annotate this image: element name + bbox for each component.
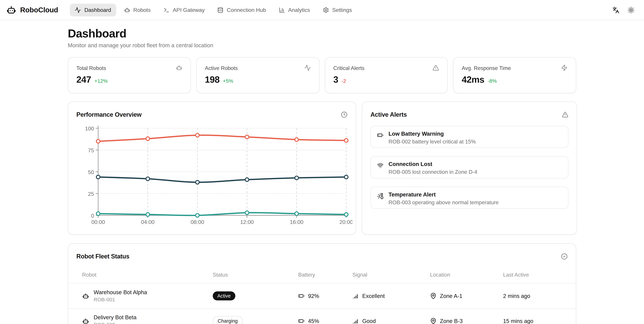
battery-low-icon bbox=[377, 132, 384, 139]
alerts-list: Low Battery WarningROB-002 battery level… bbox=[362, 118, 577, 209]
alert-item-0[interactable]: Low Battery WarningROB-002 battery level… bbox=[370, 126, 568, 148]
fleet-table: RobotStatusBatterySignalLocationLast Act… bbox=[68, 266, 576, 324]
nav-item-label: API Gateway bbox=[173, 7, 204, 13]
last-active-cell: 2 mins ago bbox=[503, 293, 568, 299]
robot-cell: Warehouse Bot AlphaROB-001 bbox=[82, 289, 213, 302]
triangle-alert-icon bbox=[562, 111, 568, 118]
signal-icon bbox=[352, 293, 359, 299]
alerts-card-header: Active Alerts bbox=[362, 102, 577, 118]
stat-card-1: Active Robots198+5% bbox=[196, 57, 319, 93]
location-value: Zone A-1 bbox=[440, 293, 462, 299]
main-row: Performance Overview 025507510000:0004:0… bbox=[68, 101, 576, 235]
bot-icon bbox=[82, 317, 89, 324]
status-badge: Charging bbox=[213, 316, 242, 324]
signal-cell: Excellent bbox=[352, 293, 430, 299]
language-toggle-button[interactable] bbox=[612, 7, 619, 13]
performance-chart: 025507510000:0004:0008:0012:0016:0020:00 bbox=[68, 124, 352, 229]
alert-item-2[interactable]: Temperature AlertROB-003 operating above… bbox=[370, 187, 568, 209]
performance-title: Performance Overview bbox=[76, 111, 142, 118]
activity-icon bbox=[75, 7, 81, 13]
robot-cell: Delivery Bot BetaROB-002 bbox=[82, 314, 213, 324]
column-header: Status bbox=[213, 272, 298, 278]
nav-item-label: Robots bbox=[133, 7, 151, 13]
alert-text: Temperature AlertROB-003 operating above… bbox=[388, 192, 499, 204]
triangle-alert-icon bbox=[432, 65, 439, 71]
nav-item-label: Dashboard bbox=[84, 7, 111, 13]
theme-toggle-button[interactable] bbox=[628, 7, 634, 13]
battery-value: 92% bbox=[308, 293, 319, 299]
nav-item-connection-hub[interactable]: Connection Hub bbox=[212, 4, 271, 16]
alert-description: ROB-002 battery level critical at 15% bbox=[388, 139, 476, 145]
robot-name: Warehouse Bot Alpha bbox=[94, 289, 147, 295]
stat-card-3: Avg. Response Time42ms-8% bbox=[453, 57, 576, 93]
languages-icon bbox=[612, 7, 619, 13]
chart-column-icon bbox=[279, 7, 285, 13]
svg-text:20:00: 20:00 bbox=[340, 219, 352, 225]
alert-text: Connection LostROB-005 lost connection i… bbox=[388, 161, 477, 173]
stat-card-top: Active Robots bbox=[205, 65, 310, 71]
wifi-icon bbox=[377, 162, 384, 169]
nav-item-analytics[interactable]: Analytics bbox=[274, 4, 315, 16]
robot-name: Delivery Bot Beta bbox=[94, 314, 136, 320]
stat-value: 247 bbox=[76, 74, 91, 85]
circle-check-icon bbox=[561, 253, 568, 260]
performance-line-chart: 025507510000:0004:0008:0012:0016:0020:00 bbox=[68, 124, 352, 228]
nav-item-robots[interactable]: Robots bbox=[119, 4, 156, 16]
svg-text:75: 75 bbox=[88, 147, 94, 153]
robocloud-app: RoboCloud DashboardRobotsAPI GatewayConn… bbox=[0, 0, 644, 324]
svg-text:08:00: 08:00 bbox=[190, 219, 204, 225]
signal-value: Good bbox=[362, 318, 376, 324]
location-cell: Zone A-1 bbox=[430, 293, 503, 299]
status-badge: Active bbox=[213, 291, 235, 300]
column-header: Location bbox=[430, 272, 503, 278]
nav-item-api-gateway[interactable]: API Gateway bbox=[158, 4, 210, 16]
top-nav: RoboCloud DashboardRobotsAPI GatewayConn… bbox=[0, 0, 644, 20]
svg-text:00:00: 00:00 bbox=[92, 219, 105, 225]
battery-cell: 45% bbox=[298, 318, 352, 324]
column-header: Battery bbox=[298, 272, 352, 278]
stat-value-row: 198+5% bbox=[205, 74, 310, 85]
table-row-ROB-001[interactable]: Warehouse Bot AlphaROB-001Active92%Excel… bbox=[68, 283, 576, 308]
stat-delta: +12% bbox=[94, 78, 108, 84]
terminal-icon bbox=[163, 7, 170, 13]
fleet-title: Robot Fleet Status bbox=[76, 253, 129, 260]
page-content: Dashboard Monitor and manage your robot … bbox=[0, 27, 644, 324]
alerts-title: Active Alerts bbox=[370, 111, 407, 118]
bot-icon bbox=[124, 7, 130, 13]
nav-item-dashboard[interactable]: Dashboard bbox=[70, 4, 116, 16]
svg-text:50: 50 bbox=[88, 169, 94, 175]
bot-icon bbox=[6, 5, 16, 15]
stat-value: 42ms bbox=[462, 74, 484, 85]
stat-label: Avg. Response Time bbox=[462, 65, 511, 71]
location-cell: Zone B-3 bbox=[430, 318, 503, 324]
nav-item-label: Analytics bbox=[288, 7, 310, 13]
alert-description: ROB-003 operating above normal temperatu… bbox=[388, 199, 499, 205]
bot-icon bbox=[82, 292, 89, 299]
map-pin-icon bbox=[430, 318, 437, 324]
stat-card-top: Critical Alerts bbox=[333, 65, 439, 71]
zap-icon bbox=[561, 65, 568, 71]
fleet-card: Robot Fleet Status RobotStatusBatterySig… bbox=[68, 243, 576, 324]
svg-text:25: 25 bbox=[88, 191, 94, 197]
battery-low-icon bbox=[298, 293, 305, 299]
stat-value-row: 3-2 bbox=[333, 74, 439, 85]
nav-item-settings[interactable]: Settings bbox=[318, 4, 357, 16]
stat-label: Total Robots bbox=[76, 65, 106, 71]
performance-card: Performance Overview 025507510000:0004:0… bbox=[68, 101, 356, 235]
location-value: Zone B-3 bbox=[440, 318, 463, 324]
activity-icon bbox=[304, 65, 311, 71]
stat-delta: -8% bbox=[488, 78, 497, 84]
stat-card-0: Total Robots247+12% bbox=[68, 57, 191, 93]
signal-value: Excellent bbox=[362, 293, 385, 299]
performance-header-icon bbox=[341, 111, 348, 118]
table-row-ROB-002[interactable]: Delivery Bot BetaROB-002Charging45%GoodZ… bbox=[68, 308, 576, 324]
fleet-table-header: RobotStatusBatterySignalLocationLast Act… bbox=[68, 266, 576, 283]
stat-label: Critical Alerts bbox=[333, 65, 364, 71]
map-pin-icon bbox=[430, 293, 437, 299]
column-header: Signal bbox=[352, 272, 430, 278]
last-active-value: 15 mins ago bbox=[503, 318, 533, 324]
alert-item-1[interactable]: Connection LostROB-005 lost connection i… bbox=[370, 156, 568, 178]
page-title: Dashboard bbox=[68, 27, 576, 40]
alert-title: Connection Lost bbox=[388, 161, 477, 167]
svg-text:16:00: 16:00 bbox=[290, 219, 303, 225]
